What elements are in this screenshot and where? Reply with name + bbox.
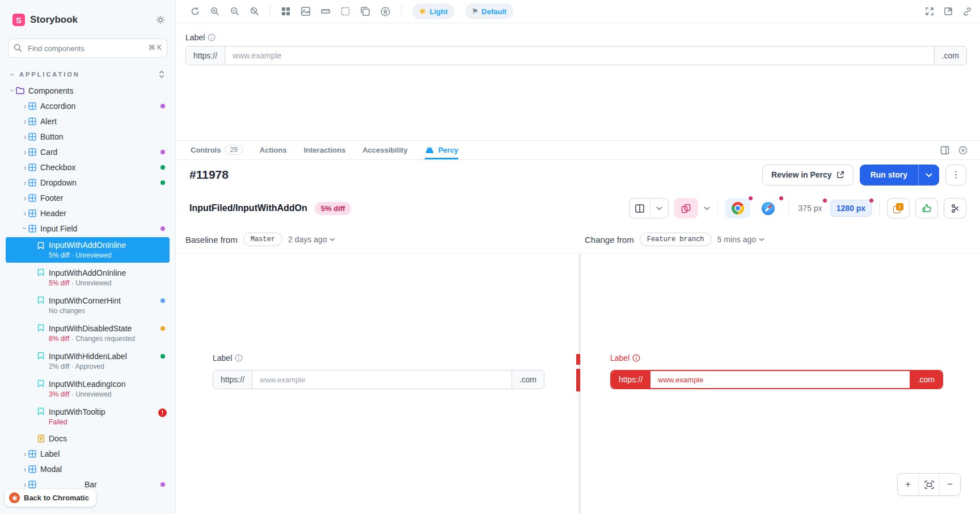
tree-root-components[interactable]: › Components	[0, 83, 175, 98]
tree-label: Bar	[40, 480, 160, 489]
story-inputwithdisabledstate[interactable]: InputWithDisabledState 8% diff · Changes…	[0, 319, 175, 347]
story-inputwithhiddenlabel[interactable]: InputWithHiddenLabel 2% diff · Approved	[0, 347, 175, 375]
status-dot	[160, 165, 165, 170]
panel-position-icon[interactable]	[940, 146, 949, 155]
info-icon[interactable]	[208, 33, 216, 41]
tree-label: Header	[40, 209, 160, 218]
run-story-label: Run story	[860, 165, 918, 186]
outline-icon[interactable]	[341, 7, 350, 16]
browser-safari-button[interactable]	[756, 198, 781, 218]
run-story-button[interactable]: Run story	[860, 165, 939, 186]
snapshot-field-label: Label	[610, 353, 640, 363]
zoom-in-icon[interactable]	[210, 7, 219, 16]
windows-icon[interactable]	[361, 7, 370, 16]
tab-label: Interactions	[303, 146, 345, 154]
collapse-expand-icon[interactable]	[158, 70, 165, 78]
chevron-right-icon: ›	[22, 117, 28, 125]
baseline-time-dropdown[interactable]: 2 days ago	[288, 235, 336, 244]
fullscreen-icon[interactable]	[925, 7, 934, 16]
snip-button[interactable]	[944, 198, 966, 218]
failed-badge-icon: !	[158, 408, 167, 417]
theme-toggle-button[interactable]: ☀ Light	[412, 3, 454, 19]
info-icon	[632, 354, 640, 362]
sidebar-item-docs[interactable]: Docs	[0, 431, 175, 446]
story-default-button[interactable]: ⚑ Default	[465, 3, 513, 19]
review-in-percy-button[interactable]: Review in Percy	[762, 165, 854, 186]
chevron-down-icon[interactable]	[704, 207, 710, 210]
zoom-reset-icon[interactable]	[250, 7, 259, 16]
theme-label: Light	[430, 7, 448, 16]
sidebar-item-label[interactable]: › Label	[0, 446, 175, 461]
request-changes-button[interactable]: !	[887, 198, 910, 218]
tree-label: Card	[40, 148, 160, 157]
back-to-chromatic-button[interactable]: Back to Chromatic	[5, 489, 96, 507]
docs-icon	[37, 435, 45, 443]
sidebar-item-button[interactable]: › Button	[0, 129, 175, 144]
section-label: APPLICATION	[19, 71, 158, 78]
sidebar-item-footer[interactable]: › Footer	[0, 190, 175, 205]
tab-controls[interactable]: Controls 29	[191, 141, 243, 159]
snapshot-field-label: Label	[213, 353, 243, 363]
sidebar-item-modal[interactable]: › Modal	[0, 461, 175, 477]
status-dot	[160, 150, 165, 154]
zoom-out-icon[interactable]	[230, 7, 239, 16]
sidebar-item-header[interactable]: › Header	[0, 205, 175, 221]
chevron-right-icon: ›	[22, 132, 28, 141]
component-icon	[28, 481, 36, 488]
divider	[717, 201, 718, 215]
diff-overlay-toggle[interactable]	[674, 198, 698, 218]
story-inputwithleadingicon[interactable]: InputWithLeadingIcon 3% diff · Unreviewe…	[0, 375, 175, 403]
diff-highlight	[576, 369, 580, 391]
chevron-right-icon: ›	[22, 193, 28, 202]
run-story-dropdown[interactable]	[918, 165, 939, 186]
component-icon	[28, 465, 36, 473]
chromatic-logo	[9, 492, 20, 503]
approve-button[interactable]	[915, 198, 938, 218]
story-canvas: Label https:// .com	[176, 23, 980, 140]
change-time-dropdown[interactable]: 5 mins ago	[717, 235, 764, 244]
width-375-button[interactable]: 375 px	[796, 200, 825, 216]
fit-to-screen-button[interactable]	[919, 474, 939, 495]
storybook-logo: S	[12, 14, 25, 26]
gear-icon[interactable]	[156, 15, 165, 24]
sidebar-item-input-field[interactable]: › Input Field	[0, 221, 175, 236]
chevron-down-icon: ›	[21, 225, 29, 232]
section-application[interactable]: › APPLICATION	[9, 68, 165, 81]
sidebar-item-card[interactable]: › Card	[0, 144, 175, 159]
story-inputwithcornerhint[interactable]: InputWithCornerHint No changes	[0, 292, 175, 319]
copy-link-icon[interactable]	[962, 7, 972, 16]
width-1280-button[interactable]: 1280 px	[830, 200, 872, 217]
story-name: InputWithAddOnInline	[49, 267, 160, 279]
tab-interactions[interactable]: Interactions	[303, 141, 345, 159]
url-input[interactable]	[225, 47, 934, 65]
remount-icon[interactable]	[191, 7, 200, 16]
story-name: InputWithTooltip	[49, 406, 158, 418]
tab-percy[interactable]: Percy	[425, 141, 458, 159]
change-header: Change from Feature branch 5 mins ago	[585, 233, 764, 246]
tab-accessibility[interactable]: Accessibility	[362, 141, 408, 159]
sidebar-item-alert[interactable]: › Alert	[0, 113, 175, 129]
tree-label: Accordion	[40, 102, 160, 111]
measure-icon[interactable]	[321, 7, 330, 16]
search-input[interactable]	[8, 39, 167, 58]
zoom-out-button[interactable]: −	[940, 474, 960, 495]
change-label: Change from	[585, 235, 634, 245]
accessibility-icon[interactable]	[381, 7, 390, 16]
sidebar-item-dropdown[interactable]: › Dropdown	[0, 175, 175, 190]
layout-mode-dropdown[interactable]	[629, 198, 669, 218]
open-new-tab-icon[interactable]	[944, 7, 953, 16]
zoom-in-button[interactable]: +	[898, 474, 918, 495]
kebab-menu-button[interactable]: ⋮	[945, 165, 966, 186]
grid-icon[interactable]	[281, 7, 290, 16]
sidebar-item-accordion[interactable]: › Accordion	[0, 98, 175, 113]
story-inputwithaddoninline-selected[interactable]: InputWithAddOnInline 5% diff · Unreviewe…	[6, 237, 170, 263]
background-icon[interactable]	[301, 7, 310, 16]
story-name: InputWithLeadingIcon	[49, 378, 160, 390]
sidebar-item-checkbox[interactable]: › Checkbox	[0, 159, 175, 175]
close-panel-icon[interactable]	[958, 146, 968, 155]
story-inputwithtooltip[interactable]: InputWithTooltip Failed !	[0, 403, 175, 431]
story-inputwithaddoninline[interactable]: InputWithAddOnInline 5% diff · Unreviewe…	[0, 264, 175, 292]
changed-dot	[749, 196, 753, 200]
browser-chrome-button[interactable]	[725, 198, 750, 218]
tab-actions[interactable]: Actions	[260, 141, 287, 159]
